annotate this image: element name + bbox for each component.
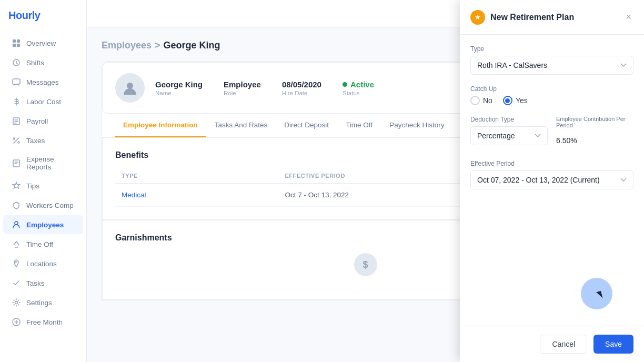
svg-point-10 <box>15 301 18 304</box>
catch-up-yes-radio[interactable] <box>503 96 512 105</box>
catch-up-yes-option[interactable]: Yes <box>503 96 528 105</box>
sidebar-item-tasks[interactable]: Tasks <box>3 274 83 293</box>
sidebar-item-payroll[interactable]: Payroll <box>3 112 83 130</box>
svg-rect-1 <box>17 39 20 43</box>
catch-up-group: Catch Up No Yes <box>470 85 633 105</box>
sidebar-item-labor-cost[interactable]: Labor Cost <box>3 92 83 111</box>
breadcrumb-parent[interactable]: Employees <box>102 40 152 51</box>
employees-icon <box>12 220 21 229</box>
settings-icon <box>12 298 21 307</box>
contribution-label: Employee Contribution Per Period <box>556 116 633 128</box>
sidebar-item-free-month[interactable]: Free Month <box>3 313 83 331</box>
sidebar-item-label: Overview <box>26 39 56 47</box>
svg-rect-0 <box>13 39 16 43</box>
sidebar-item-time-off[interactable]: Time Off <box>3 235 83 254</box>
panel-close-button[interactable]: × <box>623 9 633 25</box>
svg-point-8 <box>15 222 18 225</box>
cancel-button[interactable]: Cancel <box>540 335 587 354</box>
sidebar-item-label: Labor Cost <box>26 98 61 106</box>
free-month-icon <box>12 317 21 327</box>
employee-fields: George King Name Employee Role 08/05/202… <box>155 80 374 96</box>
svg-point-9 <box>16 262 17 263</box>
tab-employee-information[interactable]: Employee Information <box>115 114 206 137</box>
contribution-group: Employee Contribution Per Period 6.50% <box>556 116 633 149</box>
catch-up-radio-group: No Yes <box>470 96 633 105</box>
expense-reports-icon <box>12 158 21 168</box>
employee-name: George King <box>155 80 203 89</box>
workers-comp-icon <box>12 200 21 210</box>
sidebar-item-label: Time Off <box>26 240 53 248</box>
sidebar-item-employees[interactable]: Employees <box>3 215 83 234</box>
type-label: Type <box>470 45 633 53</box>
sidebar-item-workers-comp[interactable]: Workers Comp <box>3 196 83 215</box>
sidebar-nav: Overview Shifts Messages Labor Cost Payr <box>0 31 86 362</box>
catch-up-no-label: No <box>483 96 492 105</box>
deduction-type-label: Deduction Type <box>470 116 548 123</box>
deduction-type-group: Deduction Type Percentage <box>470 116 548 149</box>
tab-direct-deposit[interactable]: Direct Deposit <box>276 114 337 137</box>
deduction-row: Deduction Type Percentage Employee Contr… <box>470 116 633 160</box>
svg-rect-2 <box>13 44 16 47</box>
effective-period-group: Effective Period Oct 07, 2022 - Oct 13, … <box>470 160 633 189</box>
sidebar-item-label: Locations <box>26 260 57 268</box>
payroll-icon <box>12 116 21 126</box>
employee-name-label: Name <box>155 90 203 96</box>
sidebar-item-tips[interactable]: Tips <box>3 176 83 195</box>
catch-up-no-radio[interactable] <box>470 96 480 105</box>
sidebar-item-label: Expense Reports <box>26 155 75 171</box>
svg-rect-3 <box>17 44 20 47</box>
status-dot <box>343 82 347 87</box>
sidebar-item-overview[interactable]: Overview <box>3 34 83 53</box>
sidebar-item-label: Tips <box>26 182 39 190</box>
employee-status-label: Status <box>343 90 374 96</box>
type-select[interactable]: Roth IRA - CalSavers <box>470 56 633 75</box>
app-logo: Hourly <box>0 0 86 31</box>
employee-status-value: Active <box>350 80 374 89</box>
sidebar-item-taxes[interactable]: Taxes <box>3 131 83 150</box>
taxes-icon <box>12 136 21 145</box>
sidebar-item-label: Workers Comp <box>26 202 74 209</box>
benefits-col-type: TYPE <box>115 168 278 184</box>
breadcrumb-current: George King <box>164 40 220 51</box>
type-group: Type Roth IRA - CalSavers <box>470 45 633 75</box>
catch-up-no-option[interactable]: No <box>470 96 492 105</box>
employee-avatar <box>115 73 145 103</box>
new-retirement-panel: ★ New Retirement Plan × Type Roth IRA - … <box>460 0 644 362</box>
sidebar-item-label: Messages <box>26 78 59 86</box>
employee-hire-date-label: Hire Date <box>282 90 321 96</box>
main-content: ? Contact Employees > George King George… <box>87 0 644 362</box>
sidebar-item-label: Settings <box>26 299 52 307</box>
tasks-icon <box>12 278 21 288</box>
sidebar-item-label: Shifts <box>26 59 44 67</box>
sidebar-item-label: Tasks <box>26 279 45 287</box>
deduction-type-select[interactable]: Percentage <box>470 126 548 145</box>
shifts-icon <box>12 58 21 67</box>
save-button[interactable]: Save <box>593 335 633 354</box>
tips-icon <box>12 181 21 190</box>
overview-icon <box>12 38 21 48</box>
effective-period-label: Effective Period <box>470 160 633 167</box>
sidebar-item-label: Employees <box>26 221 64 229</box>
sidebar-item-locations[interactable]: Locations <box>3 254 83 273</box>
employee-role-label: Role <box>224 90 261 96</box>
sidebar-item-settings[interactable]: Settings <box>3 293 83 312</box>
tab-tasks-and-rates[interactable]: Tasks And Rates <box>206 114 276 137</box>
tab-paycheck-history[interactable]: Paycheck History <box>381 114 452 137</box>
effective-period-select[interactable]: Oct 07, 2022 - Oct 13, 2022 (Current) <box>470 170 633 189</box>
sidebar-item-expense-reports[interactable]: Expense Reports <box>3 150 83 176</box>
catch-up-label: Catch Up <box>470 85 633 93</box>
sidebar-item-messages[interactable]: Messages <box>3 73 83 92</box>
svg-rect-5 <box>13 79 20 84</box>
breadcrumb-separator: > <box>155 40 160 51</box>
employee-status: Active <box>343 80 374 89</box>
employee-status-field: Active Status <box>343 80 374 96</box>
sidebar-item-shifts[interactable]: Shifts <box>3 53 83 72</box>
time-off-icon <box>12 239 21 249</box>
benefits-type[interactable]: Medical <box>115 184 278 207</box>
svg-point-11 <box>127 83 133 89</box>
employee-hire-date-field: 08/05/2020 Hire Date <box>282 80 321 96</box>
panel-header: ★ New Retirement Plan × <box>460 0 644 35</box>
catch-up-yes-label: Yes <box>516 96 528 105</box>
sidebar-item-label: Free Month <box>26 318 63 326</box>
tab-time-off[interactable]: Time Off <box>337 114 381 137</box>
